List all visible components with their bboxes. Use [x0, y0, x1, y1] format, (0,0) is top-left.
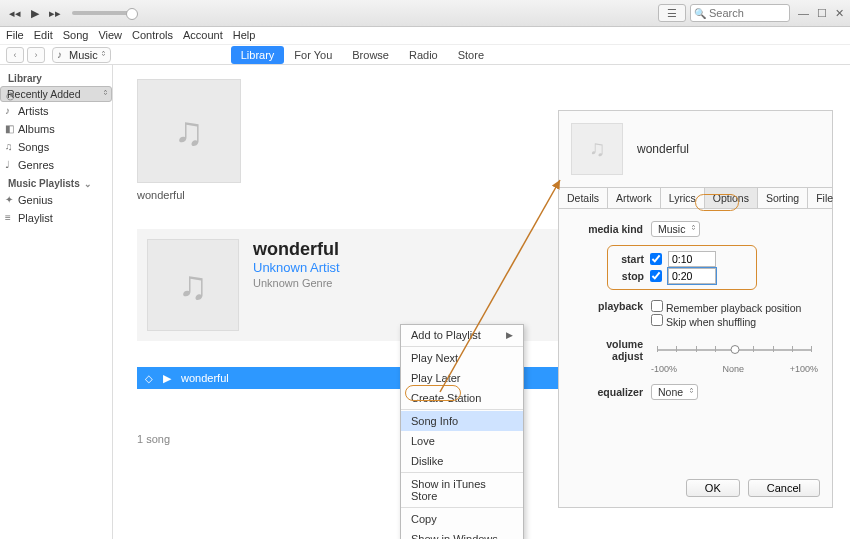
equalizer-select[interactable]: None	[651, 384, 698, 400]
genius-icon: ✦	[5, 194, 13, 205]
remember-position-option[interactable]: Remember playback position	[651, 300, 801, 314]
main-tabs: Library For You Browse Radio Store	[231, 46, 494, 64]
nav-back-button[interactable]: ‹	[6, 47, 24, 63]
slider-max: +100%	[790, 364, 818, 374]
ctx-love[interactable]: Love	[401, 431, 523, 451]
track-play-icon[interactable]: ▶	[163, 372, 171, 385]
search-icon: 🔍	[691, 8, 709, 19]
dialog-tabs: Details Artwork Lyrics Options Sorting F…	[559, 187, 832, 209]
ctx-song-info[interactable]: Song Info	[401, 411, 523, 431]
category-select[interactable]: Music	[52, 47, 111, 63]
playback-label: playback	[573, 300, 651, 312]
secondary-toolbar: ‹ › Music Library For You Browse Radio S…	[0, 45, 850, 65]
stop-label: stop	[614, 270, 644, 282]
dlg-tab-options[interactable]: Options	[705, 188, 758, 208]
start-time-input[interactable]	[668, 251, 716, 267]
ok-button[interactable]: OK	[686, 479, 740, 497]
tab-radio[interactable]: Radio	[399, 46, 448, 64]
stop-time-input[interactable]	[668, 268, 716, 284]
dlg-tab-details[interactable]: Details	[559, 188, 608, 208]
menu-help[interactable]: Help	[233, 29, 256, 42]
tab-store[interactable]: Store	[448, 46, 494, 64]
guitar-icon: ♩	[5, 159, 10, 170]
start-stop-group: start stop	[607, 245, 757, 290]
maximize-button[interactable]: ☐	[817, 7, 827, 20]
tab-browse[interactable]: Browse	[342, 46, 399, 64]
album-thumbnail[interactable]: ♫	[137, 79, 241, 183]
sidebar-item-genius[interactable]: ✦Genius	[0, 191, 112, 209]
media-kind-select[interactable]: Music	[651, 221, 700, 237]
sidebar: Library ◔Recently Added ♪Artists ◧Albums…	[0, 65, 113, 539]
dlg-tab-artwork[interactable]: Artwork	[608, 188, 661, 208]
hero-thumbnail: ♫	[147, 239, 239, 331]
sidebar-head-playlists: Music Playlists⌄	[0, 174, 112, 191]
menu-song[interactable]: Song	[63, 29, 89, 42]
start-label: start	[614, 253, 644, 265]
submenu-arrow-icon: ▶	[506, 330, 513, 340]
sidebar-item-artists[interactable]: ♪Artists	[0, 102, 112, 120]
play-button[interactable]: ▶	[26, 6, 44, 20]
tab-foryou[interactable]: For You	[284, 46, 342, 64]
playback-bar: ◂◂ ▶ ▸▸ ☰ 🔍 — ☐ ✕	[0, 0, 850, 27]
ctx-dislike[interactable]: Dislike	[401, 451, 523, 471]
menu-account[interactable]: Account	[183, 29, 223, 42]
ctx-play-later[interactable]: Play Later	[401, 368, 523, 388]
menu-view[interactable]: View	[98, 29, 122, 42]
hero-artist[interactable]: Unknown Artist	[253, 260, 340, 275]
dlg-tab-lyrics[interactable]: Lyrics	[661, 188, 705, 208]
menu-controls[interactable]: Controls	[132, 29, 173, 42]
close-button[interactable]: ✕	[835, 7, 844, 20]
dlg-tab-file[interactable]: File	[808, 188, 841, 208]
menu-file[interactable]: File	[6, 29, 24, 42]
dialog-title: wonderful	[637, 142, 689, 156]
sidebar-item-albums[interactable]: ◧Albums	[0, 120, 112, 138]
nav-forward-button[interactable]: ›	[27, 47, 45, 63]
volume-adjust-slider[interactable]	[657, 349, 812, 351]
search-box[interactable]: 🔍	[690, 4, 790, 22]
dialog-thumbnail: ♫	[571, 123, 623, 175]
ctx-play-next[interactable]: Play Next	[401, 348, 523, 368]
hero-title: wonderful	[253, 239, 340, 260]
clock-icon: ◔	[6, 90, 15, 101]
ctx-show-explorer[interactable]: Show in Windows Explorer	[401, 529, 523, 539]
disclosure-icon[interactable]: ⌄	[84, 179, 92, 189]
album-icon: ◧	[5, 123, 14, 134]
view-mode-button[interactable]: ☰	[658, 4, 686, 22]
sidebar-item-recent[interactable]: ◔Recently Added	[0, 86, 112, 102]
slider-min: -100%	[651, 364, 677, 374]
equalizer-label: equalizer	[573, 386, 651, 398]
search-input[interactable]	[709, 7, 789, 19]
menu-edit[interactable]: Edit	[34, 29, 53, 42]
minimize-button[interactable]: —	[798, 7, 809, 20]
note-icon: ♫	[5, 141, 13, 152]
track-name: wonderful	[181, 372, 229, 384]
sidebar-item-playlist[interactable]: ≡Playlist	[0, 209, 112, 227]
ctx-add-to-playlist[interactable]: Add to Playlist▶	[401, 325, 523, 345]
prev-track-button[interactable]: ◂◂	[6, 6, 24, 20]
volume-adjust-label: volume adjust	[573, 338, 651, 362]
hero-genre: Unknown Genre	[253, 277, 340, 289]
sidebar-head-library: Library	[0, 69, 112, 86]
context-menu: Add to Playlist▶ Play Next Play Later Cr…	[400, 324, 524, 539]
ctx-copy[interactable]: Copy	[401, 509, 523, 529]
start-checkbox[interactable]	[650, 253, 662, 265]
skip-shuffling-option[interactable]: Skip when shuffling	[651, 314, 801, 328]
stop-checkbox[interactable]	[650, 270, 662, 282]
ctx-create-station[interactable]: Create Station	[401, 388, 523, 408]
tab-library[interactable]: Library	[231, 46, 285, 64]
volume-slider[interactable]	[72, 11, 134, 15]
sidebar-item-songs[interactable]: ♫Songs	[0, 138, 112, 156]
dlg-tab-sorting[interactable]: Sorting	[758, 188, 808, 208]
list-icon: ≡	[5, 212, 11, 223]
media-kind-label: media kind	[573, 223, 651, 235]
selected-icon: ◇	[145, 373, 153, 384]
menu-bar: File Edit Song View Controls Account Hel…	[0, 27, 850, 45]
person-icon: ♪	[5, 105, 10, 116]
sidebar-item-genres[interactable]: ♩Genres	[0, 156, 112, 174]
slider-mid: None	[723, 364, 745, 374]
next-track-button[interactable]: ▸▸	[46, 6, 64, 20]
song-info-dialog: ♫ wonderful Details Artwork Lyrics Optio…	[558, 110, 833, 508]
cancel-button[interactable]: Cancel	[748, 479, 820, 497]
slider-knob[interactable]	[730, 345, 739, 354]
ctx-show-itunes[interactable]: Show in iTunes Store	[401, 474, 523, 506]
